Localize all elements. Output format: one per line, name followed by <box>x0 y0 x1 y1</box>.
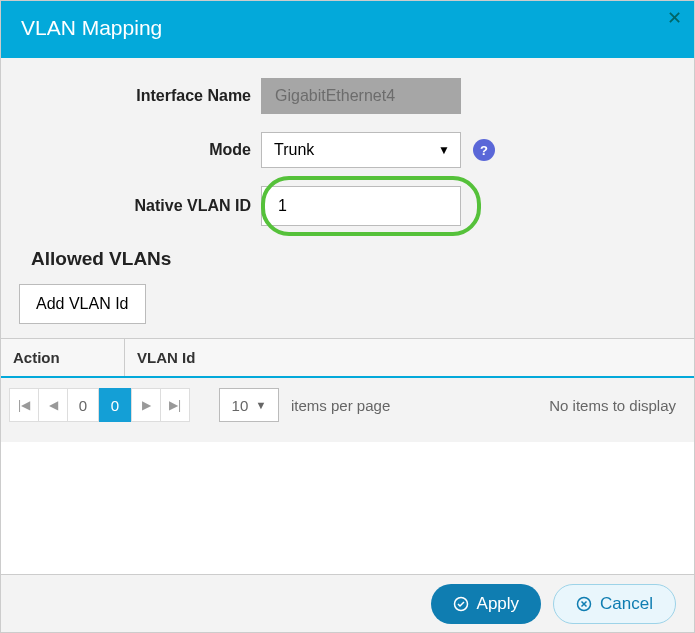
chevron-down-icon: ▼ <box>255 399 266 411</box>
apply-button-label: Apply <box>477 594 520 614</box>
add-vlan-id-button[interactable]: Add VLAN Id <box>19 284 146 324</box>
chevron-down-icon: ▼ <box>438 143 450 157</box>
table-header-row: Action VLAN Id <box>1 339 694 378</box>
items-per-page-select[interactable]: 10 ▼ <box>219 388 279 422</box>
cancel-button-label: Cancel <box>600 594 653 614</box>
label-native-vlan: Native VLAN ID <box>1 197 261 215</box>
pager-page-0-active[interactable]: 0 <box>99 388 131 422</box>
interface-name-field <box>261 78 461 114</box>
pager-prev-button[interactable]: ◀ <box>38 388 68 422</box>
label-interface-name: Interface Name <box>1 87 261 105</box>
cancel-button[interactable]: Cancel <box>553 584 676 624</box>
row-mode: Mode Trunk ▼ ? <box>1 132 694 168</box>
dialog-title: VLAN Mapping <box>21 16 162 39</box>
row-native-vlan: Native VLAN ID <box>1 186 694 226</box>
col-header-action: Action <box>1 339 125 376</box>
mode-select[interactable]: Trunk ▼ <box>261 132 461 168</box>
close-icon[interactable]: ✕ <box>667 7 682 29</box>
table-pager: |◀ ◀ 0 0 ▶ ▶| 10 ▼ items per page No ite… <box>1 378 694 432</box>
pager-page-0-inactive[interactable]: 0 <box>67 388 99 422</box>
label-mode: Mode <box>1 141 261 159</box>
dialog-header: VLAN Mapping ✕ <box>1 1 694 58</box>
items-per-page-label: items per page <box>291 397 390 414</box>
mode-select-value: Trunk <box>274 141 314 159</box>
pager-last-button[interactable]: ▶| <box>160 388 190 422</box>
row-interface-name: Interface Name <box>1 78 694 114</box>
x-circle-icon <box>576 596 592 612</box>
vlan-table: Action VLAN Id |◀ ◀ 0 0 ▶ ▶| 10 ▼ items … <box>1 338 694 432</box>
check-circle-icon <box>453 596 469 612</box>
dialog-body: Interface Name Mode Trunk ▼ ? Native VLA… <box>1 58 694 442</box>
pager-first-button[interactable]: |◀ <box>9 388 39 422</box>
pager-next-button[interactable]: ▶ <box>131 388 161 422</box>
dialog-footer: Apply Cancel <box>1 574 694 632</box>
items-per-page-value: 10 <box>232 397 249 414</box>
empty-state-text: No items to display <box>549 397 676 414</box>
apply-button[interactable]: Apply <box>431 584 542 624</box>
native-vlan-input[interactable] <box>261 186 461 226</box>
help-icon[interactable]: ? <box>473 139 495 161</box>
col-header-vlan-id: VLAN Id <box>125 339 694 376</box>
allowed-vlans-heading: Allowed VLANs <box>1 244 694 284</box>
